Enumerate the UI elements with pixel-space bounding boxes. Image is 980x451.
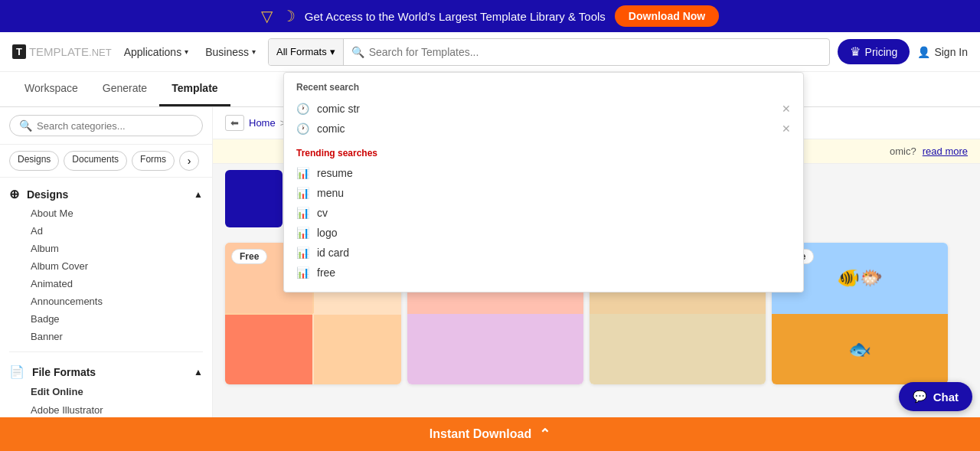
search-icon: 🔍 <box>19 119 32 132</box>
trending-chart-icon: 📊 <box>296 227 309 239</box>
file-formats-section-header[interactable]: 📄 File Formats ▲ <box>9 361 203 382</box>
trending-chart-icon: 📊 <box>296 187 309 199</box>
trending-item-free[interactable]: 📊 free <box>296 263 791 283</box>
sidebar-divider <box>9 351 203 352</box>
trending-item-id-card[interactable]: 📊 id card <box>296 243 791 263</box>
close-icon[interactable]: ✕ <box>782 123 791 135</box>
sidebar-section-file-formats: 📄 File Formats ▲ Edit Online Adobe Illus… <box>0 355 212 422</box>
chip-forms[interactable]: Forms <box>132 151 175 171</box>
sign-in-button[interactable]: 👤 Sign In <box>917 46 968 58</box>
trending-chart-icon: 📊 <box>296 207 309 219</box>
sidebar-search-input[interactable] <box>37 120 193 132</box>
tab-generate[interactable]: Generate <box>90 72 159 106</box>
search-dropdown: Recent search 🕐 comic str ✕ 🕐 comic ✕ Tr… <box>283 72 804 292</box>
free-badge: Free <box>231 249 267 264</box>
chevron-down-icon: ▾ <box>330 46 335 57</box>
banner-icon: ▽ <box>261 7 273 25</box>
banner-text: Get Access to the World's Largest Templa… <box>305 10 606 23</box>
trending-item-menu[interactable]: 📊 menu <box>296 183 791 203</box>
chip-documents[interactable]: Documents <box>64 151 127 171</box>
sidebar-item-edit-online[interactable]: Edit Online <box>9 382 203 401</box>
chevron-down-icon: ▾ <box>252 47 256 56</box>
chevron-down-icon: ▾ <box>185 47 188 56</box>
sidebar: 🔍 Designs Documents Forms › ⊕ Designs ▲ … <box>0 107 213 451</box>
sidebar-item-banner[interactable]: Banner <box>9 328 203 345</box>
header: T TEMPLATE.NET Applications ▾ Business ▾… <box>0 32 980 72</box>
read-more-link[interactable]: read more <box>923 145 968 157</box>
chat-icon: 💬 <box>913 390 927 404</box>
designs-icon: ⊕ <box>9 188 19 201</box>
search-bar: All Formats ▾ 🔍 <box>268 38 830 66</box>
nav-business[interactable]: Business ▾ <box>201 46 260 58</box>
recent-item-comic: 🕐 comic ✕ <box>296 119 791 139</box>
top-banner: ▽ ☽ Get Access to the World's Largest Te… <box>0 0 980 32</box>
logo-name: TEMPLATE.NET <box>29 45 112 58</box>
pricing-button[interactable]: ♛ Pricing <box>838 39 910 64</box>
clock-icon: 🕐 <box>296 103 309 115</box>
collapse-icon: ▲ <box>194 189 203 200</box>
file-formats-items: Edit Online Adobe Illustrator <box>9 382 203 419</box>
sidebar-section-designs: ⊕ Designs ▲ About Me Ad Album Album Cove… <box>0 178 212 348</box>
search-input[interactable] <box>369 46 822 58</box>
trending-chart-icon: 📊 <box>296 167 309 179</box>
chip-more-button[interactable]: › <box>179 151 199 171</box>
trending-chart-icon: 📊 <box>296 266 309 279</box>
sidebar-item-about-me[interactable]: About Me <box>9 204 203 222</box>
sidebar-item-badge[interactable]: Badge <box>9 310 203 328</box>
trending-item-logo[interactable]: 📊 logo <box>296 223 791 243</box>
nav-applications[interactable]: Applications ▾ <box>119 46 194 58</box>
logo[interactable]: T TEMPLATE.NET <box>12 44 112 59</box>
recent-item-comic-str: 🕐 comic str ✕ <box>296 99 791 119</box>
notice-text: omic? <box>890 145 916 157</box>
trending-title: Trending searches <box>296 148 791 159</box>
sidebar-item-album-cover[interactable]: Album Cover <box>9 257 203 275</box>
highlight-blue-box <box>225 170 283 227</box>
tab-template[interactable]: Template <box>159 72 230 106</box>
sidebar-item-announcements[interactable]: Announcements <box>9 292 203 310</box>
sidebar-item-adobe-illustrator[interactable]: Adobe Illustrator <box>9 401 203 419</box>
filter-chips: Designs Documents Forms › <box>0 145 212 178</box>
banner-moon-icon: ☽ <box>282 7 296 25</box>
format-dropdown[interactable]: All Formats ▾ <box>269 39 344 65</box>
recent-search-title: Recent search <box>296 82 791 93</box>
expand-icon: ⌃ <box>539 426 550 443</box>
crown-icon: ♛ <box>850 44 861 59</box>
sidebar-item-album[interactable]: Album <box>9 240 203 257</box>
sidebar-search-inner: 🔍 <box>9 115 203 136</box>
chip-designs[interactable]: Designs <box>9 151 59 171</box>
download-now-button[interactable]: Download Now <box>615 5 719 27</box>
sidebar-item-animated[interactable]: Animated <box>9 275 203 292</box>
search-input-wrap: 🔍 <box>344 46 829 58</box>
designs-items: About Me Ad Album Album Cover Animated A… <box>9 204 203 345</box>
sidebar-search-area: 🔍 <box>0 107 212 145</box>
trending-item-resume[interactable]: 📊 resume <box>296 163 791 183</box>
trending-item-cv[interactable]: 📊 cv <box>296 203 791 223</box>
collapse-icon: ▲ <box>194 367 203 377</box>
clock-icon: 🕐 <box>296 123 309 135</box>
breadcrumb-back-icon[interactable]: ⬅ <box>225 115 244 131</box>
user-icon: 👤 <box>917 46 930 58</box>
trending-chart-icon: 📊 <box>296 247 309 259</box>
search-icon: 🔍 <box>351 46 364 58</box>
file-formats-icon: 📄 <box>9 365 24 378</box>
close-icon[interactable]: ✕ <box>782 103 791 115</box>
tab-workspace[interactable]: Workspace <box>12 72 90 106</box>
instant-download-bar[interactable]: Instant Download ⌃ <box>0 417 980 451</box>
breadcrumb-home[interactable]: Home <box>249 117 276 129</box>
designs-section-header[interactable]: ⊕ Designs ▲ <box>9 184 203 204</box>
logo-box: T <box>12 44 26 59</box>
sidebar-item-ad[interactable]: Ad <box>9 222 203 240</box>
chat-bubble[interactable]: 💬 Chat <box>899 382 972 411</box>
